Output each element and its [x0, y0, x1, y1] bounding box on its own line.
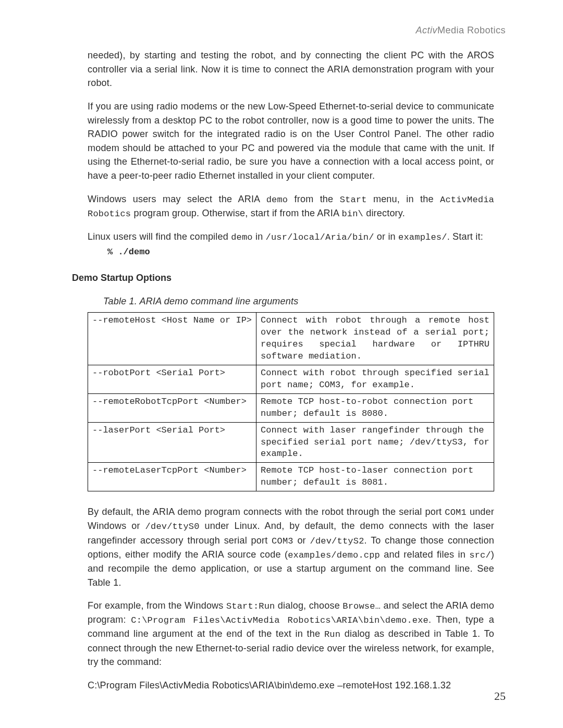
option-cell: --robotPort <Serial Port>	[88, 365, 256, 393]
inline-code: Start	[340, 195, 367, 205]
paragraph: For example, from the Windows Start:Run …	[88, 599, 494, 669]
inline-code: /usr/local/Aria/bin/	[266, 232, 374, 242]
text: or in	[374, 231, 398, 242]
inline-code: /dev/ttyS2	[310, 536, 364, 546]
description-cell: Connect with robot through a remote host…	[256, 313, 494, 365]
option-cell: --remoteHost <Host Name or IP>	[88, 313, 256, 365]
paragraph: C:\Program Files\ActivMedia Robotics\ARI…	[88, 678, 494, 693]
inline-code: COM1	[445, 508, 467, 517]
inline-code: C:\Program Files\ActivMedia Robotics\ARI…	[131, 615, 429, 625]
inline-code: examples/	[398, 232, 447, 242]
text: from the	[288, 194, 339, 204]
brand-rest: Media Robotics	[437, 25, 506, 35]
text: If you are using radio modems or the new…	[88, 101, 494, 181]
inline-code: /dev/ttyS0	[145, 522, 200, 532]
text: Linux users will find the compiled	[88, 231, 231, 242]
table-row: --remoteRobotTcpPort <Number>Remote TCP …	[88, 393, 494, 422]
option-cell: --remoteLaserTcpPort <Number>	[88, 463, 256, 491]
text: C:\Program Files\ActivMedia Robotics\ARI…	[88, 680, 451, 690]
text: dialog, choose	[275, 600, 343, 611]
inline-code: bin\	[341, 209, 363, 219]
text: in	[253, 231, 266, 242]
table-caption: Table 1. ARIA demo command line argument…	[103, 296, 494, 307]
inline-code: examples/demo.cpp	[288, 550, 380, 560]
text: directory.	[363, 208, 405, 218]
table-row: --remoteLaserTcpPort <Number>Remote TCP …	[88, 463, 494, 491]
page-header: ActivMedia Robotics	[57, 25, 506, 36]
text: program group. Otherwise, start if from …	[131, 208, 341, 218]
paragraph: If you are using radio modems or the new…	[88, 100, 494, 183]
option-cell: --laserPort <Serial Port>	[88, 422, 256, 463]
inline-code: demo	[266, 195, 288, 205]
inline-code: Start:Run	[226, 601, 275, 611]
table-row: --remoteHost <Host Name or IP>Connect wi…	[88, 313, 494, 365]
inline-code: Run	[324, 630, 340, 639]
description-cell: Remote TCP host-to-laser connection port…	[256, 463, 494, 491]
brand-italic: Activ	[415, 25, 437, 35]
page: ActivMedia Robotics needed), by starting…	[0, 0, 563, 728]
paragraph: Linux users will find the compiled demo …	[88, 230, 494, 244]
paragraph: Windows users may select the ARIA demo f…	[88, 192, 494, 220]
option-cell: --remoteRobotTcpPort <Number>	[88, 393, 256, 422]
inline-code: COM3	[272, 536, 293, 546]
inline-code: demo	[231, 232, 253, 242]
table-row: --laserPort <Serial Port>Connect with la…	[88, 422, 494, 463]
text: Windows users may select the ARIA	[88, 194, 266, 204]
text: menu, in the	[367, 194, 440, 204]
text: For example, from the Windows	[88, 600, 226, 611]
inline-code: Browse…	[342, 601, 381, 611]
command-line: % ./demo	[107, 247, 494, 257]
arguments-table: --remoteHost <Host Name or IP>Connect wi…	[88, 312, 494, 491]
description-cell: Connect with laser rangefinder through t…	[256, 422, 494, 463]
text: and related files in	[380, 549, 469, 560]
table-row: --robotPort <Serial Port>Connect with ro…	[88, 365, 494, 393]
section-heading: Demo Startup Options	[72, 273, 494, 283]
inline-code: src/	[469, 550, 491, 560]
text: . Start it:	[447, 231, 483, 242]
text: or	[293, 535, 310, 546]
page-body: needed), by starting and testing the rob…	[88, 48, 494, 693]
paragraph: By default, the ARIA demo program connec…	[88, 505, 494, 589]
page-number: 25	[494, 689, 506, 703]
paragraph: needed), by starting and testing the rob…	[88, 48, 494, 90]
description-cell: Connect with robot through specified ser…	[256, 365, 494, 393]
text: By default, the ARIA demo program connec…	[88, 507, 445, 517]
description-cell: Remote TCP host-to-robot connection port…	[256, 393, 494, 422]
text: needed), by starting and testing the rob…	[88, 50, 494, 88]
